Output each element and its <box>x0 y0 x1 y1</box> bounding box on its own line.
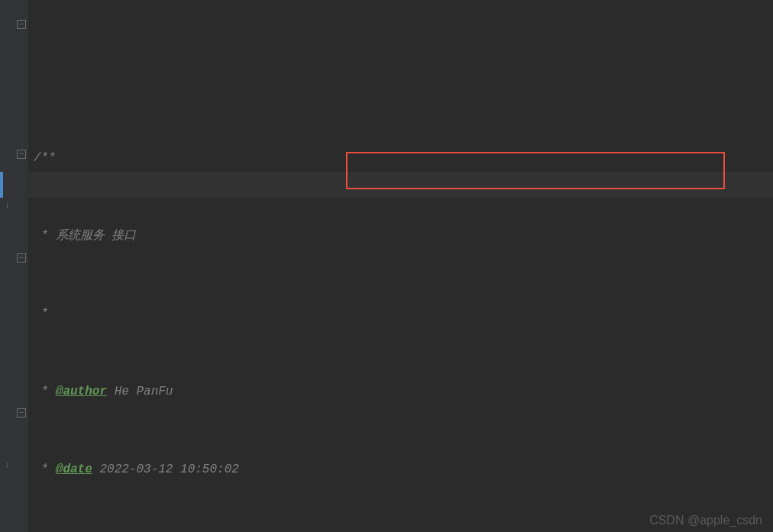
comment: /** <box>34 151 56 165</box>
comment: 2022-03-12 10:50:02 <box>92 463 239 476</box>
caret-indicator <box>0 172 3 198</box>
gutter: ↓ ↓ <box>0 0 29 532</box>
fold-icon[interactable] <box>17 408 26 418</box>
fold-icon[interactable] <box>17 253 26 263</box>
fold-icon[interactable] <box>17 150 26 159</box>
comment: He PanFu <box>107 385 173 398</box>
fold-icon[interactable] <box>17 20 26 29</box>
javadoc-date: @date <box>56 463 92 476</box>
comment: * <box>34 385 56 398</box>
comment: * 系统服务 接口 <box>34 229 136 243</box>
comment: * <box>34 463 56 476</box>
arrow-down-icon: ↓ <box>5 199 11 211</box>
code-area[interactable]: /** * 系统服务 接口 * * @author He PanFu * @da… <box>29 0 773 532</box>
current-line-highlight <box>29 172 773 198</box>
arrow-down-icon: ↓ <box>5 459 11 470</box>
javadoc-author: @author <box>56 385 107 398</box>
comment: * <box>34 307 48 321</box>
code-editor: ↓ ↓ /** * 系统服务 接口 * * @author He PanFu *… <box>0 0 773 532</box>
watermark: CSDN @apple_csdn <box>649 514 762 527</box>
